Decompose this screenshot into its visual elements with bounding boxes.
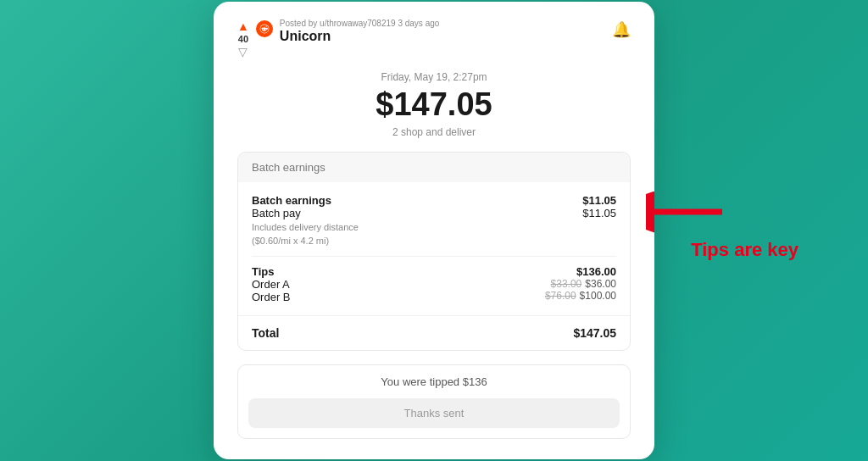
tips-label: Tips xyxy=(252,265,291,278)
annotation-container: Tips are key xyxy=(682,239,798,261)
total-label: Total xyxy=(252,326,279,340)
date-line: Friday, May 19, 2:27pm xyxy=(237,71,631,83)
post-card: ▲ 40 ▽ Posted by u/throwaway708219 3 day… xyxy=(214,2,654,459)
batch-earnings-row: Batch earnings Batch pay Includes delive… xyxy=(252,194,616,247)
order-b-strikethrough: $76.00 xyxy=(545,290,576,302)
tipped-message: You were tipped $136 xyxy=(238,365,630,398)
post-title: Unicorn xyxy=(280,29,439,44)
svg-point-1 xyxy=(263,29,264,30)
thanks-sent-button[interactable]: Thanks sent xyxy=(248,398,620,428)
upvote-arrow[interactable]: ▲ xyxy=(237,20,249,32)
annotation-arrow xyxy=(646,186,731,237)
total-row: Total $147.05 xyxy=(238,315,630,350)
vote-section: ▲ 40 ▽ xyxy=(237,20,249,58)
order-b-value: $100.00 xyxy=(580,290,616,302)
order-b-label: Order B xyxy=(252,291,291,303)
batch-earnings-label-group: Batch earnings Batch pay Includes delive… xyxy=(252,194,359,247)
tips-value: $136.00 xyxy=(545,265,616,278)
card-header: ▲ 40 ▽ Posted by u/throwaway708219 3 day… xyxy=(237,19,631,58)
header-left: ▲ 40 ▽ Posted by u/throwaway708219 3 day… xyxy=(237,19,439,58)
tips-row: Tips Order A Order B $136.00 $33.00 $36.… xyxy=(252,256,616,303)
vote-count: 40 xyxy=(238,34,248,44)
subreddit-icon[interactable] xyxy=(256,20,273,37)
total-value: $147.05 xyxy=(573,326,616,340)
post-meta: Posted by u/throwaway708219 3 days ago U… xyxy=(280,19,439,44)
batch-pay-value: $11.05 xyxy=(582,207,616,219)
batch-section: Batch earnings Batch earnings Batch pay … xyxy=(237,152,631,351)
batch-earnings-value: $11.05 xyxy=(582,194,616,207)
order-a-value: $36.00 xyxy=(585,278,616,290)
delivery-label: 2 shop and deliver xyxy=(237,126,631,138)
downvote-arrow[interactable]: ▽ xyxy=(238,46,248,58)
order-a-label: Order A xyxy=(252,278,291,291)
bell-icon[interactable]: 🔔 xyxy=(612,20,631,39)
svg-point-2 xyxy=(265,29,266,30)
batch-body: Batch earnings Batch pay Includes delive… xyxy=(238,182,630,315)
tips-label-group: Tips Order A Order B xyxy=(252,265,291,303)
main-amount: $147.05 xyxy=(237,86,631,123)
batch-pay-label: Batch pay xyxy=(252,207,359,219)
order-a-strikethrough: $33.00 xyxy=(551,278,582,290)
order-b-values: $76.00 $100.00 xyxy=(545,290,616,302)
order-a-values: $33.00 $36.00 xyxy=(545,278,616,290)
annotation-text: Tips are key xyxy=(691,239,798,260)
batch-earnings-values: $11.05 $11.05 xyxy=(582,194,616,219)
batch-section-header: Batch earnings xyxy=(238,153,630,182)
tipped-section: You were tipped $136 Thanks sent xyxy=(237,364,631,439)
batch-pay-note: Includes delivery distance($0.60/mi x 4.… xyxy=(252,221,359,247)
post-meta-top: Posted by u/throwaway708219 3 days ago xyxy=(280,19,439,28)
batch-earnings-label: Batch earnings xyxy=(252,194,359,207)
tips-values: $136.00 $33.00 $36.00 $76.00 $100.00 xyxy=(545,265,616,302)
